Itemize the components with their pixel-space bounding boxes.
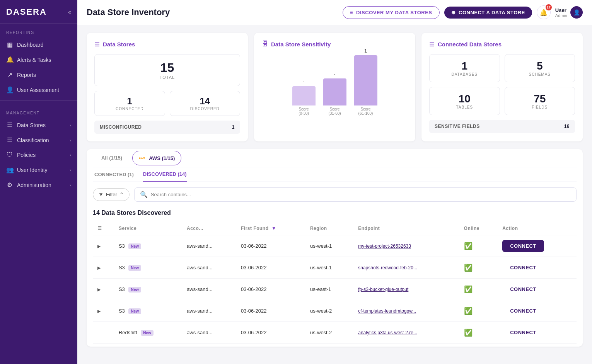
first-found-cell: 03-06-2022 xyxy=(236,257,305,279)
expand-cell[interactable] xyxy=(93,322,114,344)
search-box: 🔍 xyxy=(134,187,577,202)
sidebar-item-label: Data Stores xyxy=(17,122,46,128)
sidebar-item-classification[interactable]: ☰ Classification › xyxy=(0,133,77,148)
search-icon: 🔍 xyxy=(140,191,148,198)
expand-cell[interactable]: ▶ xyxy=(93,235,114,257)
sidebar: DASERA « REPORTING ▦ Dashboard 🔔 Alerts … xyxy=(0,0,77,364)
search-input[interactable] xyxy=(151,192,571,197)
new-badge: New xyxy=(128,287,141,293)
card-header: ☰ Data Stores xyxy=(94,41,240,48)
card-title: Connected Data Stores xyxy=(438,41,502,48)
tab-all[interactable]: All (1/15) xyxy=(94,151,129,165)
bar-value: - xyxy=(334,71,336,77)
region-cell: us-east-1 xyxy=(305,279,353,300)
tab-aws[interactable]: AWS AWS (1/15) xyxy=(132,151,181,165)
col-first-found[interactable]: First Found ▼ xyxy=(236,222,305,235)
connect-button[interactable]: CONNECT xyxy=(502,305,544,317)
endpoint-link[interactable]: snapshots-redwood-feb-20... xyxy=(358,265,417,270)
region-cell: us-west-2 xyxy=(305,300,353,322)
db-icon: 🗄 xyxy=(262,41,268,48)
endpoint-link[interactable]: fp-s3-bucket-glue-output xyxy=(358,287,408,292)
col-account: Acco... xyxy=(182,222,236,235)
filter-button[interactable]: ⛛ Filter ⌃ xyxy=(93,188,130,201)
sidebar-item-user-identity[interactable]: 👥 User Identity › xyxy=(0,162,77,177)
online-check-icon: ✅ xyxy=(464,307,473,315)
discovered-number: 14 xyxy=(175,96,235,107)
card-title: Data Store Sensitivity xyxy=(271,41,331,48)
bar-61-100: 1 Score(61-100) xyxy=(352,48,379,116)
connected-label: CONNECTED xyxy=(99,107,160,111)
sidebar-item-label: User Assessment xyxy=(17,87,59,93)
total-label: TOTAL xyxy=(101,75,234,80)
tab-discovered[interactable]: DISCOVERED (14) xyxy=(143,167,187,182)
card-header: 🗄 Data Store Sensitivity xyxy=(262,41,408,48)
bar-label: Score(31-60) xyxy=(328,107,341,116)
online-check-icon: ✅ xyxy=(464,329,473,337)
endpoint-link[interactable]: my-test-project-26532633 xyxy=(358,243,411,249)
menu-icon: ☰ xyxy=(97,226,102,231)
expand-cell[interactable]: ▶ xyxy=(93,300,114,322)
expand-arrow-icon: ▶ xyxy=(97,244,101,248)
connect-button[interactable]: CONNECT xyxy=(502,262,544,274)
first-found-cell: 03-06-2022 xyxy=(236,235,305,257)
main-tabs-row: All (1/15) AWS AWS (1/15) xyxy=(93,149,577,167)
stats-row: ☰ Data Stores 15 TOTAL 1 CONNECTED 14 DI… xyxy=(87,33,583,141)
filter-icon: ⛛ xyxy=(99,192,104,197)
connect-button[interactable]: CONNECT xyxy=(502,327,544,338)
col-action: Action xyxy=(498,222,577,235)
discovered-box: 14 DISCOVERED xyxy=(170,91,241,116)
region-cell: us-west-2 xyxy=(305,322,353,344)
chevron-up-icon: ⌃ xyxy=(119,192,124,197)
sub-tabs-row: CONNECTED (1) DISCOVERED (14) xyxy=(93,167,577,182)
sidebar-divider xyxy=(0,100,77,101)
sidebar-item-user-assessment[interactable]: 👤 User Assessment xyxy=(0,82,77,97)
online-cell: ✅ xyxy=(459,257,498,279)
connect-datastore-button[interactable]: ⊕ CONNECT A DATA STORE xyxy=(444,7,532,19)
endpoint-cell: my-test-project-26532633 xyxy=(353,235,459,257)
sidebar-item-reports[interactable]: ↗ Reports xyxy=(0,67,77,82)
expand-cell[interactable]: ▶ xyxy=(93,279,114,300)
bar-value: 1 xyxy=(364,48,367,54)
discover-datastores-button[interactable]: ≡ DISCOVER MY DATA STORES xyxy=(343,6,440,19)
total-box: 15 TOTAL xyxy=(94,54,240,86)
user-name: User xyxy=(555,7,567,13)
endpoint-link[interactable]: analytics.p3ta.us-west-2.re... xyxy=(358,330,417,335)
content-area: ☰ Data Stores 15 TOTAL 1 CONNECTED 14 DI… xyxy=(77,25,592,364)
connect-button[interactable]: CONNECT xyxy=(502,283,544,295)
sidebar-item-administration[interactable]: ⚙ Administration › xyxy=(0,177,77,192)
sidebar-item-alerts-tasks[interactable]: 🔔 Alerts & Tasks xyxy=(0,52,77,67)
connected-stores-card: ☰ Connected Data Stores 1 DATABASES 5 SC… xyxy=(421,33,583,141)
expand-arrow-icon: ▶ xyxy=(97,265,101,270)
new-badge: New xyxy=(128,243,141,249)
action-cell: CONNECT xyxy=(498,322,577,344)
page-title: Data Store Inventory xyxy=(87,7,170,17)
endpoint-cell: cf-templates-leundmtogpw... xyxy=(353,300,459,322)
discover-btn-label: DISCOVER MY DATA STORES xyxy=(356,10,432,15)
expand-cell[interactable]: ▶ xyxy=(93,257,114,279)
sidebar-item-policies[interactable]: 🛡 Policies › xyxy=(0,148,77,162)
sidebar-logo: DASERA « xyxy=(0,0,77,24)
sensitivity-chart: - Score(0-30) - Score(31-60) 1 Score(61-… xyxy=(262,54,408,116)
databases-label: DATABASES xyxy=(435,72,494,77)
account-cell: aws-sand... xyxy=(182,322,236,344)
endpoint-link[interactable]: cf-templates-leundmtogpw... xyxy=(358,308,416,314)
fields-number: 75 xyxy=(510,93,570,105)
sidebar-item-data-stores[interactable]: ☰ Data Stores › xyxy=(0,117,77,133)
table-row: ▶ S3 New aws-sand... 03-06-2022 us-east-… xyxy=(93,279,577,300)
tab-connected[interactable]: CONNECTED (1) xyxy=(94,168,134,181)
bar-block xyxy=(323,78,346,105)
endpoint-cell: analytics.p3ta.us-west-2.re... xyxy=(353,322,459,344)
collapse-button[interactable]: « xyxy=(68,9,71,15)
filter-label: Filter xyxy=(106,192,117,197)
connect-button-active[interactable]: CONNECT xyxy=(502,240,544,252)
users-icon: 👥 xyxy=(6,166,13,173)
shield-icon: 🛡 xyxy=(6,151,13,158)
inventory-table: ☰ Service Acco... First Found ▼ Region E… xyxy=(93,222,577,344)
col-service: Service xyxy=(114,222,182,235)
sidebar-item-dashboard[interactable]: ▦ Dashboard xyxy=(0,37,77,52)
main-content: Data Store Inventory ≡ DISCOVER MY DATA … xyxy=(77,0,592,364)
notifications-button[interactable]: 🔔 27 xyxy=(537,5,551,19)
bar-label: Score(0-30) xyxy=(299,107,309,116)
topbar: Data Store Inventory ≡ DISCOVER MY DATA … xyxy=(77,0,592,25)
online-cell: ✅ xyxy=(459,322,498,344)
